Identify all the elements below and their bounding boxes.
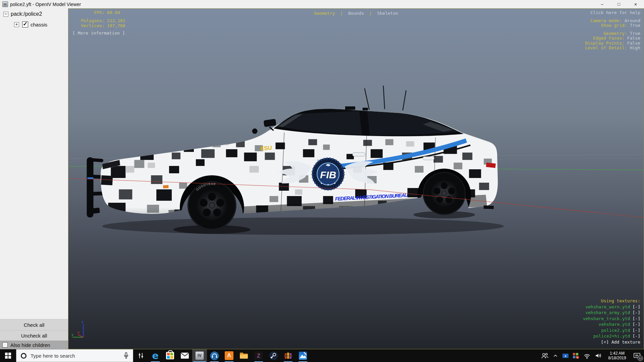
textures-overlay: Using textures: vehshare_worn.ytd[-] veh… xyxy=(583,298,640,345)
tree-root-label[interactable]: pack:/police2 xyxy=(11,11,42,17)
texture-row: police2.ytd[-] xyxy=(583,327,640,334)
microphone-icon[interactable] xyxy=(123,352,129,359)
model-tree-panel: − pack:/police2 + ✓ chassis Check all Un… xyxy=(0,8,68,349)
axis-gizmo: z y x xyxy=(71,320,84,337)
remove-texture-button[interactable]: [-] xyxy=(633,310,640,315)
taskbar-icon-abstergo[interactable]: Λ xyxy=(222,349,236,362)
tab-bounds[interactable]: Bounds xyxy=(348,11,364,16)
expand-icon[interactable]: + xyxy=(14,22,19,27)
wifi-icon[interactable] xyxy=(583,352,591,359)
envelope-icon xyxy=(180,352,189,359)
system-tray: x x 1:42 AM 8/18/2019 xyxy=(541,349,644,362)
checkmark-icon: ✓ xyxy=(23,20,28,27)
window-controls: – □ × xyxy=(594,0,644,8)
mode-separator: | xyxy=(340,11,343,16)
level-of-detail-label: Level of Detail: xyxy=(585,45,627,50)
display-points-value: False xyxy=(627,41,640,46)
geometry-label: Geometry: xyxy=(603,31,627,36)
taskbar-icon-openiv[interactable]: IV xyxy=(192,349,207,362)
taskbar-icon-voice-app[interactable] xyxy=(207,349,222,362)
taskbar-icon-store[interactable] xyxy=(163,349,177,362)
taskbar-icon-photo-editor[interactable] xyxy=(296,349,310,362)
axis-z-label: z xyxy=(82,320,84,324)
add-texture-button[interactable]: [+] Add texture xyxy=(583,339,640,345)
taskbar-icon-file-explorer[interactable] xyxy=(236,349,251,362)
also-hide-children-row[interactable]: Also hide children xyxy=(0,341,68,349)
maximize-button[interactable]: □ xyxy=(610,0,627,8)
start-button[interactable] xyxy=(0,349,16,362)
texture-row: vehshare.ytd[-] xyxy=(583,321,640,327)
action-center-button[interactable]: 11 xyxy=(632,351,642,361)
texture-name: police2.ytd xyxy=(601,328,630,333)
using-textures-title: Using textures: xyxy=(583,298,640,304)
camera-mode-label: Camera mode: xyxy=(590,18,622,23)
titlebar: IV police2.yft - OpenIV Model Viewer – □… xyxy=(0,0,644,8)
taskbar-icon-mail[interactable] xyxy=(177,349,192,362)
store-bag-icon xyxy=(166,352,174,359)
help-link[interactable]: Click here for help xyxy=(585,10,640,15)
chassis-checkbox[interactable]: ✓ xyxy=(22,21,28,27)
car-rear-wheel xyxy=(423,172,466,215)
openiv-app-icon: IV xyxy=(2,1,8,7)
folder-icon xyxy=(239,352,248,359)
uncheck-all-button[interactable]: Uncheck all xyxy=(0,330,68,341)
tree-root-row[interactable]: − pack:/police2 xyxy=(0,10,68,18)
taskbar-clock[interactable]: 1:42 AM 8/18/2019 xyxy=(606,351,629,360)
taskbar-icon-zmodeler[interactable]: Z xyxy=(251,349,266,362)
check-all-button[interactable]: Check all xyxy=(0,319,68,330)
texture-name: vehshare_worn.ytd xyxy=(585,304,630,309)
search-input[interactable] xyxy=(30,353,110,359)
photo-editor-icon xyxy=(299,351,307,360)
tab-geometry[interactable]: Geometry xyxy=(314,11,335,16)
svg-text:Z: Z xyxy=(257,353,260,359)
car-spotlight xyxy=(252,128,258,134)
taskbar-icon-winrar[interactable] xyxy=(281,349,296,362)
texture-row: vehshare_army.ytd[-] xyxy=(583,310,640,316)
display-points-label: Display Points: xyxy=(585,41,624,46)
fps-value: 60.04 xyxy=(107,10,125,15)
collapse-icon[interactable]: − xyxy=(3,12,8,17)
remove-texture-button[interactable]: [-] xyxy=(633,322,640,327)
windows-logo-icon xyxy=(5,353,11,359)
tree-node-chassis[interactable]: + ✓ chassis xyxy=(0,20,68,28)
tab-skeleton[interactable]: Skeleton xyxy=(377,11,398,16)
also-hide-children-label: Also hide children xyxy=(10,342,50,348)
speaker-icon[interactable] xyxy=(594,352,602,359)
tray-app-error-icon[interactable]: x xyxy=(572,352,580,359)
tray-chevron-up-icon[interactable] xyxy=(552,352,559,359)
settings-overlay: Click here for help Camera mode:Around S… xyxy=(585,10,640,51)
tray-app-blue-icon[interactable]: x xyxy=(562,353,569,359)
edged-faces-value: False xyxy=(627,36,640,41)
window-title: police2.yft - OpenIV Model Viewer xyxy=(10,2,81,7)
remove-texture-button[interactable]: [-] xyxy=(633,304,640,309)
stats-overlay: FPS:60.04 Polygons:212,161 Vertices:197,… xyxy=(72,10,125,36)
model-viewport[interactable]: FIB ESU FEDERAL INVESTIGATION BUREAU xyxy=(68,8,644,349)
remove-texture-button[interactable]: [-] xyxy=(633,334,640,339)
vertices-value: 197,766 xyxy=(107,23,125,28)
task-view-icon[interactable] xyxy=(133,349,148,362)
uncheck-all-label: Uncheck all xyxy=(21,333,47,339)
taskbar-icon-steam[interactable] xyxy=(266,349,281,362)
people-icon[interactable] xyxy=(541,352,549,359)
mode-separator: | xyxy=(369,11,372,16)
texture-name: vehshare_army.ytd xyxy=(585,310,630,315)
remove-texture-button[interactable]: [-] xyxy=(633,316,640,321)
close-button[interactable]: × xyxy=(627,0,644,8)
texture-row: vehshare_truck.ytd[-] xyxy=(583,316,640,322)
minimize-button[interactable]: – xyxy=(594,0,610,8)
model-viewport-canvas[interactable]: FIB ESU FEDERAL INVESTIGATION BUREAU xyxy=(68,9,644,349)
headset-icon xyxy=(210,351,219,360)
render-mode-tabs: Geometry | Bounds | Skeleton xyxy=(314,11,398,16)
taskbar-icon-edge[interactable]: e xyxy=(148,349,163,362)
texture-row: vehshare_worn.ytd[-] xyxy=(583,304,640,310)
also-hide-children-checkbox[interactable] xyxy=(2,342,8,348)
taskbar-search[interactable] xyxy=(16,349,133,362)
winrar-books-icon xyxy=(284,351,292,360)
remove-texture-button[interactable]: [-] xyxy=(633,328,640,333)
more-information-link[interactable]: [ More information ] xyxy=(72,31,125,36)
esu-text: ESU xyxy=(260,144,272,152)
show-grid-label: Show grid: xyxy=(601,23,627,28)
level-of-detail-value: High xyxy=(630,45,640,50)
tree-node-label[interactable]: chassis xyxy=(31,22,47,27)
svg-text:x: x xyxy=(577,356,578,359)
